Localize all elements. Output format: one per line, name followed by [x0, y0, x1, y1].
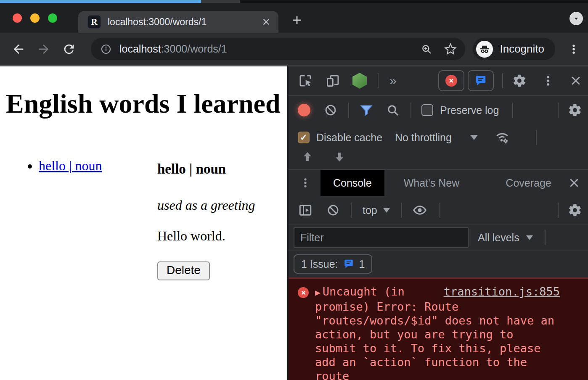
issues-button[interactable] [468, 70, 494, 91]
back-button[interactable] [10, 41, 27, 58]
console-sidebar-toggle-icon[interactable] [298, 203, 313, 218]
throttling-select[interactable]: No throttling [395, 132, 452, 144]
throttling-caret-icon [470, 135, 478, 140]
browser-toolbar: localhost:3000/words/1 Incognito [0, 33, 588, 65]
zoom-icon[interactable] [421, 43, 432, 55]
maximize-window-button[interactable] [48, 13, 57, 23]
live-expression-eye-icon[interactable] [413, 203, 427, 217]
error-text: transition.js:855▶Uncaught (in promise) … [315, 285, 560, 380]
export-har-icon[interactable] [333, 150, 346, 163]
address-bar[interactable]: localhost:3000/words/1 [91, 38, 465, 60]
issue-count: 1 [359, 258, 365, 270]
import-har-icon[interactable] [301, 150, 314, 163]
page-title: English words I learned [6, 88, 281, 119]
network-settings-gear-icon[interactable] [568, 103, 582, 117]
error-source-link[interactable]: transition.js:855 [444, 285, 560, 298]
error-count-icon [445, 75, 457, 87]
word-list: hello | noun [6, 158, 157, 280]
tab-whats-new[interactable]: What's New [391, 170, 472, 196]
drawer-tab-bar: Console What's New Coverage [289, 170, 588, 196]
tab-bar: R localhost:3000/words/1 [0, 3, 588, 33]
minimize-window-button[interactable] [30, 13, 40, 23]
error-icon [298, 287, 309, 298]
console-filter-input[interactable] [294, 227, 469, 248]
clear-network-log-icon[interactable] [324, 103, 337, 117]
console-drawer: Console What's New Coverage top [289, 169, 588, 380]
context-select[interactable]: top [363, 204, 377, 216]
drawer-menu-kebab-icon[interactable] [299, 177, 311, 189]
network-search-icon[interactable] [386, 103, 400, 117]
incognito-badge: Incognito [473, 38, 555, 60]
word-example: Hello world. [157, 228, 255, 244]
word-link[interactable]: hello | noun [39, 158, 102, 173]
incognito-icon [476, 41, 493, 58]
browser-window: R localhost:3000/words/1 localhost:3000/… [0, 0, 588, 380]
forward-button[interactable] [35, 41, 52, 58]
close-window-button[interactable] [13, 13, 22, 23]
error-message: Uncaught (in promise) Error: Route "rout… [315, 285, 554, 380]
tab-coverage[interactable]: Coverage [493, 170, 564, 196]
network-toolbar: Preserve log [289, 96, 588, 124]
device-toolbar-icon[interactable] [326, 73, 341, 88]
browser-menu-kebab-icon[interactable] [565, 41, 582, 58]
tab-console[interactable]: Console [320, 170, 384, 196]
drawer-close-icon[interactable] [568, 177, 580, 189]
url-path: :3000/words/1 [161, 43, 227, 55]
console-toolbar: top [289, 196, 588, 225]
record-network-log-button[interactable] [298, 104, 310, 116]
url-text: localhost:3000/words/1 [119, 43, 421, 55]
network-filter-icon[interactable] [359, 103, 373, 117]
word-detail: hello | noun used as a greeting Hello wo… [157, 161, 255, 280]
console-settings-gear-icon[interactable] [568, 203, 582, 217]
expand-triangle-icon[interactable]: ▶ [315, 288, 320, 298]
console-filter-row: All levels [289, 225, 588, 251]
console-error-message: transition.js:855▶Uncaught (in promise) … [289, 277, 588, 380]
log-levels-caret-icon [526, 235, 533, 240]
reload-button[interactable] [61, 41, 77, 58]
devtools-main-toolbar: » [289, 66, 588, 96]
words-layout: hello | noun hello | noun used as a gree… [6, 145, 281, 280]
new-tab-button[interactable] [291, 14, 303, 26]
list-item: hello | noun [39, 158, 157, 174]
disable-cache-checkbox[interactable]: ✓ [298, 132, 310, 143]
tab-search-button[interactable] [569, 12, 583, 25]
browser-tab[interactable]: R localhost:3000/words/1 [78, 11, 278, 33]
remix-favicon: R [87, 15, 101, 29]
clear-console-icon[interactable] [326, 203, 340, 217]
preserve-log-checkbox[interactable] [421, 104, 433, 116]
console-errors-button[interactable] [438, 70, 464, 91]
issues-row: 1 Issue: 1 [289, 251, 588, 277]
devtools-menu-kebab-icon[interactable] [542, 74, 554, 87]
delete-button[interactable]: Delete [157, 261, 210, 280]
incognito-label: Incognito [500, 42, 544, 55]
desktop-edge-strip [0, 0, 588, 3]
tab-title: localhost:3000/words/1 [108, 16, 262, 28]
site-info-icon[interactable] [100, 43, 112, 55]
issue-chat-icon [343, 259, 354, 269]
network-options-row: ✓ Disable cache No throttling [289, 124, 588, 150]
inspect-element-icon[interactable] [298, 73, 313, 88]
devtools-settings-gear-icon[interactable] [512, 74, 527, 88]
har-buttons-row [289, 150, 588, 169]
issues-counter-button[interactable]: 1 Issue: 1 [294, 254, 372, 274]
window-controls [13, 13, 57, 23]
node-js-icon[interactable] [352, 73, 367, 89]
word-detail-title: hello | noun [157, 161, 255, 177]
url-host: localhost [119, 43, 161, 55]
devtools-close-icon[interactable] [569, 74, 582, 87]
more-panels-chevron[interactable]: » [389, 74, 397, 88]
disable-cache-label: Disable cache [316, 132, 382, 144]
word-definition: used as a greeting [157, 198, 255, 213]
tab-close-icon[interactable] [262, 17, 271, 26]
log-levels-select[interactable]: All levels [478, 232, 519, 244]
context-caret-icon [383, 208, 390, 213]
web-page: English words I learned hello | noun hel… [0, 65, 287, 380]
content-area: English words I learned hello | noun hel… [0, 65, 588, 380]
network-conditions-icon[interactable] [495, 130, 510, 145]
devtools-panel: » Preserve log [287, 65, 588, 380]
bookmark-star-icon[interactable] [444, 43, 457, 55]
preserve-log-label: Preserve log [440, 104, 499, 116]
issue-label: 1 Issue: [301, 258, 338, 270]
